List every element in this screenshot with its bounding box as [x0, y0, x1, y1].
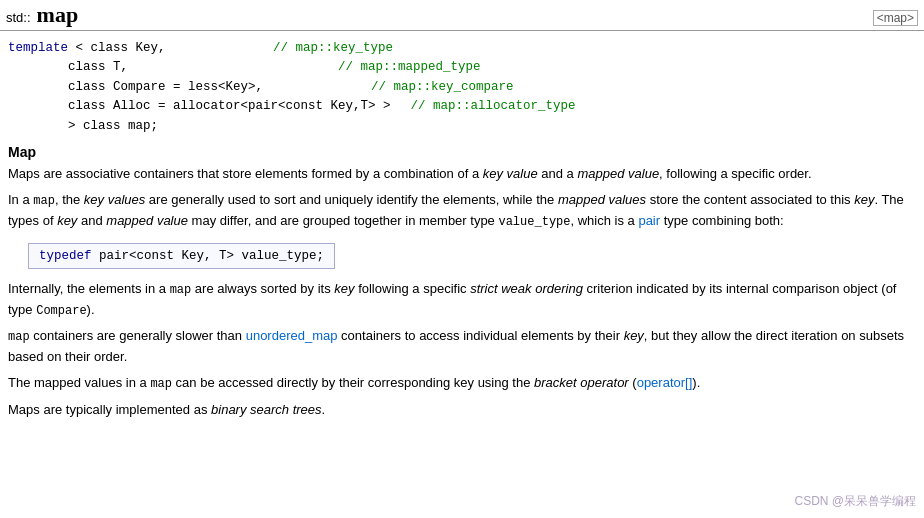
italic-bracket: bracket operator — [534, 375, 629, 390]
link-pair[interactable]: pair — [638, 213, 660, 228]
link-unordered-map[interactable]: unordered_map — [246, 328, 338, 343]
mono-map-2: map — [170, 283, 192, 297]
top-bar: std:: map <map> — [0, 0, 924, 31]
para-1: Maps are associative containers that sto… — [8, 164, 916, 184]
para-2: In a map, the key values are generally u… — [8, 190, 916, 231]
mono-compare: Compare — [36, 304, 86, 318]
typedef-rest: pair<const Key, T> value_type; — [92, 249, 325, 263]
mono-value-type: value_type — [498, 215, 570, 229]
section-title-map: Map — [8, 144, 916, 160]
italic-key-4: key — [624, 328, 644, 343]
para-6: Maps are typically implemented as binary… — [8, 400, 916, 420]
typedef-box: typedef pair<const Key, T> value_type; — [28, 243, 335, 269]
para-5: The mapped values in a map can be access… — [8, 373, 916, 394]
comment-mapped-type: // map::mapped_type — [338, 60, 481, 74]
template-line5: > class map; — [8, 119, 158, 133]
watermark: CSDN @呆呆兽学编程 — [794, 493, 916, 510]
italic-mapped-values: mapped values — [558, 192, 646, 207]
italic-key-1: key — [854, 192, 874, 207]
template-code: template < class Key, // map::key_type c… — [8, 39, 916, 136]
italic-key-2: key — [57, 213, 77, 228]
bracket-label: <map> — [873, 10, 918, 26]
template-line4: class Alloc = allocator<pair<const Key,T… — [8, 99, 391, 113]
comment-key-type: // map::key_type — [266, 41, 394, 55]
template-line3: class Compare = less<Key>, — [8, 80, 263, 94]
comment-allocator: // map::allocator_type — [411, 99, 576, 113]
typedef-keyword: typedef — [39, 249, 92, 263]
template-keyword: template — [8, 41, 68, 55]
comment-key-compare: // map::key_compare — [371, 80, 514, 94]
link-operator[interactable]: operator[] — [637, 375, 693, 390]
map-title: map — [37, 2, 79, 28]
italic-bst: binary search trees — [211, 402, 322, 417]
mono-map-3: map — [8, 330, 30, 344]
italic-key-value: key value — [483, 166, 538, 181]
typedef-container: typedef pair<const Key, T> value_type; — [8, 237, 916, 275]
mono-map-1: map — [33, 194, 55, 208]
italic-mapped-value: mapped value — [577, 166, 659, 181]
mono-map-4: map — [150, 377, 172, 391]
template-line1: < class Key, — [68, 41, 166, 55]
italic-strict-weak: strict weak ordering — [470, 281, 583, 296]
template-line2: class T, — [8, 60, 128, 74]
italic-key-3: key — [334, 281, 354, 296]
para-4: map containers are generally slower than… — [8, 326, 916, 367]
std-prefix: std:: — [6, 10, 31, 25]
main-content: template < class Key, // map::key_type c… — [0, 31, 924, 434]
italic-key-values: key values — [84, 192, 145, 207]
italic-mapped-value-2: mapped value — [106, 213, 188, 228]
para-3: Internally, the elements in a map are al… — [8, 279, 916, 320]
